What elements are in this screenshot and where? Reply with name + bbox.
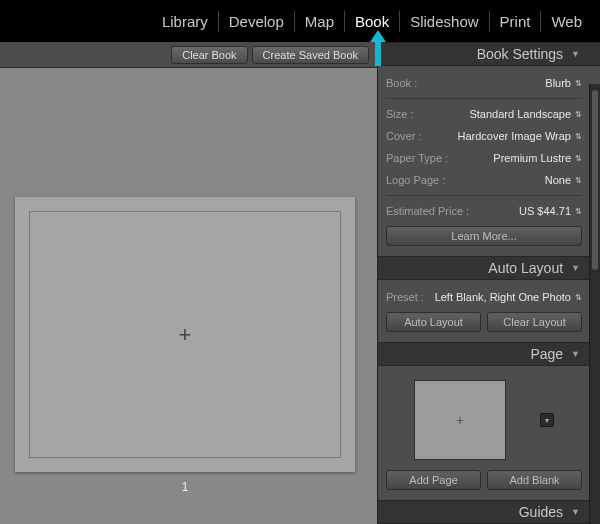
cover-field[interactable]: Cover : Hardcover Image Wrap⇅ <box>386 125 582 147</box>
guides-title: Guides <box>519 504 563 520</box>
clear-layout-button[interactable]: Clear Layout <box>487 312 582 332</box>
add-blank-button[interactable]: Add Blank <box>487 470 582 490</box>
cover-value: Hardcover Image Wrap <box>457 130 571 142</box>
book-page-preview[interactable]: + 1 <box>15 197 355 472</box>
module-tab-develop[interactable]: Develop <box>219 11 295 32</box>
auto-layout-body: Preset : Left Blank, Right One Photo⇅ Au… <box>378 280 600 342</box>
preview-toolbar: Clear Book Create Saved Book <box>0 42 377 68</box>
cover-label: Cover : <box>386 130 421 142</box>
price-row: Estimated Price : US $44.71⇅ <box>386 200 582 222</box>
page-inner-frame: + <box>29 211 341 458</box>
auto-layout-button[interactable]: Auto Layout <box>386 312 481 332</box>
collapse-icon: ▼ <box>571 263 580 273</box>
page-number-label: 1 <box>182 480 189 494</box>
auto-layout-header[interactable]: Auto Layout ▼ <box>378 256 600 280</box>
book-label: Book : <box>386 77 417 89</box>
price-label: Estimated Price : <box>386 205 469 217</box>
module-tab-map[interactable]: Map <box>295 11 345 32</box>
logo-field[interactable]: Logo Page : None⇅ <box>386 169 582 191</box>
module-tab-library[interactable]: Library <box>152 11 219 32</box>
book-field[interactable]: Book : Blurb⇅ <box>386 72 582 94</box>
scrollbar-thumb[interactable] <box>592 90 598 270</box>
paper-field[interactable]: Paper Type : Premium Lustre⇅ <box>386 147 582 169</box>
module-tab-web[interactable]: Web <box>541 11 592 32</box>
module-bar: Library Develop Map Book Slideshow Print… <box>0 0 600 42</box>
panel-scrollbar[interactable] <box>589 84 600 524</box>
book-settings-header[interactable]: Book Settings ▼ <box>378 42 600 66</box>
clear-book-button[interactable]: Clear Book <box>171 46 247 64</box>
chevron-updown-icon: ⇅ <box>575 176 582 185</box>
book-value: Blurb <box>545 77 571 89</box>
auto-layout-title: Auto Layout <box>488 260 563 276</box>
preset-field[interactable]: Preset : Left Blank, Right One Photo⇅ <box>386 286 582 308</box>
page-body: + ▾ Add Page Add Blank <box>378 366 600 500</box>
paper-value: Premium Lustre <box>493 152 571 164</box>
preview-pane: Clear Book Create Saved Book + 1 <box>0 42 377 524</box>
logo-label: Logo Page : <box>386 174 445 186</box>
chevron-updown-icon: ⇅ <box>575 132 582 141</box>
chevron-updown-icon: ⇅ <box>575 154 582 163</box>
module-tab-print[interactable]: Print <box>490 11 542 32</box>
page-title: Page <box>530 346 563 362</box>
preset-label: Preset : <box>386 291 424 303</box>
collapse-icon: ▼ <box>571 507 580 517</box>
page-thumb-area: + ▾ <box>386 372 582 466</box>
module-tab-slideshow[interactable]: Slideshow <box>400 11 489 32</box>
chevron-updown-icon: ⇅ <box>575 293 582 302</box>
workspace: Clear Book Create Saved Book + 1 Book Se… <box>0 42 600 524</box>
size-label: Size : <box>386 108 414 120</box>
plus-icon: + <box>456 412 464 428</box>
price-value: US $44.71 <box>519 205 571 217</box>
learn-more-button[interactable]: Learn More... <box>386 226 582 246</box>
guides-header[interactable]: Guides ▼ <box>378 500 600 524</box>
preset-value: Left Blank, Right One Photo <box>435 291 571 303</box>
size-field[interactable]: Size : Standard Landscape⇅ <box>386 103 582 125</box>
side-panel: Book Settings ▼ Book : Blurb⇅ Size : Sta… <box>377 42 600 524</box>
create-saved-book-button[interactable]: Create Saved Book <box>252 46 369 64</box>
chevron-updown-icon: ⇅ <box>575 79 582 88</box>
module-tab-book[interactable]: Book <box>345 11 400 32</box>
collapse-icon: ▼ <box>571 49 580 59</box>
logo-value: None <box>545 174 571 186</box>
size-value: Standard Landscape <box>469 108 571 120</box>
chevron-updown-icon: ⇅ <box>575 110 582 119</box>
page-template-thumb[interactable]: + <box>414 380 506 460</box>
collapse-icon: ▼ <box>571 349 580 359</box>
page-header[interactable]: Page ▼ <box>378 342 600 366</box>
page-template-picker-button[interactable]: ▾ <box>540 413 554 427</box>
chevron-updown-icon: ⇅ <box>575 207 582 216</box>
paper-label: Paper Type : <box>386 152 448 164</box>
book-settings-body: Book : Blurb⇅ Size : Standard Landscape⇅… <box>378 66 600 256</box>
add-page-button[interactable]: Add Page <box>386 470 481 490</box>
add-photo-icon: + <box>179 322 192 348</box>
book-settings-title: Book Settings <box>477 46 563 62</box>
